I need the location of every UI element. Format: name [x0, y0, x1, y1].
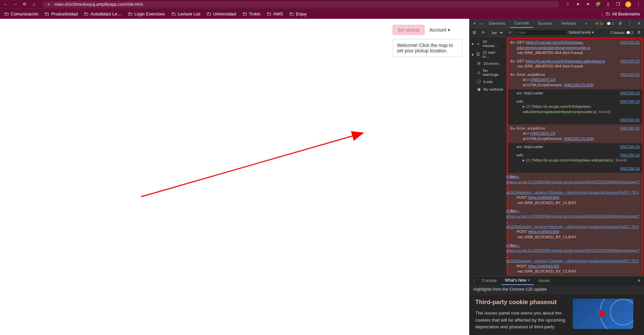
source-link[interactable]: VM2160:24: [620, 166, 640, 172]
extension-icon-2[interactable]: [585, 1, 591, 7]
source-link[interactable]: multi-tabs-interface.script.js:229982464…: [506, 174, 640, 195]
sidebar-info[interactable]: 9 info: [471, 78, 505, 86]
context-select[interactable]: top: [489, 30, 504, 36]
bookmark-comunicacion[interactable]: Comunicación: [4, 11, 38, 16]
caret-icon[interactable]: ▸: [513, 126, 515, 131]
reload-icon[interactable]: ⟳: [22, 1, 28, 7]
log-entry[interactable]: ▸VM2160:23GET https://js.arcgis.com/4.6/…: [508, 57, 642, 71]
home-icon[interactable]: ⌂: [31, 1, 37, 7]
drawer-tab-issues[interactable]: Issues: [535, 276, 554, 285]
inspect-icon[interactable]: ⌖: [471, 20, 477, 27]
close-devtools-icon[interactable]: [636, 20, 642, 27]
folder-icon: [128, 11, 132, 16]
error-icon: [510, 243, 513, 248]
error-count-badge[interactable]: 10: [595, 21, 603, 26]
log-entry[interactable]: ▸multi-tabs-interface.script.js:22998246…: [508, 173, 642, 207]
sidebar-toggle-icon[interactable]: ▥: [471, 30, 477, 36]
source-link[interactable]: VM2160:24: [620, 91, 640, 96]
caret-icon[interactable]: ▸: [513, 59, 515, 64]
bookmark-productividad[interactable]: Productividad: [44, 11, 78, 16]
issues-link[interactable]: 2 Issues: 2: [610, 31, 633, 35]
source-link[interactable]: multi-tabs-interface.script.js:229982464…: [506, 208, 640, 229]
clear-console-icon[interactable]: [480, 30, 486, 36]
bookmark-universidad[interactable]: Universidad: [206, 11, 236, 16]
console-settings-icon[interactable]: [636, 30, 642, 36]
caret-icon[interactable]: ▸: [513, 40, 515, 45]
tab-network[interactable]: Network: [557, 19, 580, 28]
site-info-icon[interactable]: ≡: [46, 1, 52, 7]
source-link[interactable]: VM2160:24: [620, 99, 640, 104]
bookmark-tinkin[interactable]: Tinkin: [242, 11, 260, 16]
info-count-badge[interactable]: 2: [607, 21, 614, 26]
caret-icon[interactable]: ▸: [513, 72, 515, 78]
bookmark-aws[interactable]: AWS: [267, 11, 283, 16]
levels-dropdown[interactable]: Default levels ▾: [569, 30, 594, 35]
close-tab-icon[interactable]: ✕: [527, 278, 530, 283]
log-entry[interactable]: VM2160:24info:▸ (2) ['https://js.arcgis.…: [508, 151, 642, 165]
forward-icon[interactable]: →: [12, 1, 18, 7]
sidebar-warnings[interactable]: No warnings: [471, 67, 505, 78]
kebab-icon[interactable]: [627, 20, 633, 27]
bookmark-autodidact[interactable]: Autodidact Le…: [84, 11, 122, 16]
kebab-menu-icon[interactable]: [635, 1, 641, 7]
caret-icon[interactable]: ▸: [513, 174, 515, 180]
source-link[interactable]: VM2160:24: [620, 117, 640, 123]
log-entry[interactable]: VM2160:24.: [508, 165, 642, 173]
svg-line-1: [141, 133, 363, 197]
log-entry[interactable]: ▸VM2160:24Error: scriptErrorat v (VM2160…: [508, 71, 642, 90]
log-entry[interactable]: VM2160:24info:▸ (2) ['https://js.arcgis.…: [508, 98, 642, 116]
filter-input[interactable]: [516, 30, 566, 36]
tab-elements[interactable]: Elements: [485, 19, 510, 28]
log-entry[interactable]: VM2160:24.: [508, 116, 642, 125]
side-panel-icon[interactable]: ▯: [605, 1, 611, 7]
account-dropdown[interactable]: Account▾: [428, 25, 451, 35]
bookmark-enjoy[interactable]: Enjoy: [289, 11, 307, 16]
bookmark-lecture[interactable]: Lecture List: [171, 11, 200, 16]
source-link[interactable]: VM2160:23: [620, 40, 640, 45]
close-drawer-icon[interactable]: [636, 278, 642, 284]
source-link[interactable]: multi-tabs-interface.script.js:229982464…: [506, 243, 640, 264]
chat-icon: [626, 31, 630, 35]
whatsnew-video-thumb[interactable]: [573, 299, 633, 329]
verbose-icon: ◉: [477, 87, 481, 92]
console-log[interactable]: ▸VM2160:23GET https://js.arcgis.com/4.6/…: [506, 37, 644, 276]
log-entry[interactable]: ▸VM2160:23GET https://js.arcgis.com/4.6/…: [508, 39, 642, 57]
caret-down-icon: ▾: [448, 27, 450, 33]
drawer-tab-console[interactable]: Console: [479, 276, 500, 285]
drawer-tab-whatsnew[interactable]: What's New✕: [501, 276, 534, 285]
log-entry[interactable]: ▸multi-tabs-interface.script.js:22998246…: [508, 207, 642, 241]
tabs-overflow[interactable]: »: [581, 19, 591, 28]
device-toggle-icon[interactable]: ▭: [478, 20, 484, 27]
set-pickup-button[interactable]: Set pickup: [393, 25, 425, 35]
bookmark-star-icon[interactable]: [565, 1, 571, 7]
sidebar-errors[interactable]: 10 errors: [471, 60, 505, 67]
tab-console[interactable]: Console: [510, 19, 533, 28]
drawer-menu-icon[interactable]: [471, 278, 477, 284]
log-entry[interactable]: VM2160:24src: dojoLoader: [508, 89, 642, 98]
extension-icon-1[interactable]: [575, 1, 581, 7]
all-bookmarks[interactable]: All Bookmarks: [605, 11, 640, 16]
source-link[interactable]: VM2160:24: [620, 144, 640, 150]
log-entry[interactable]: ▸VM2160:24Error: scriptErrorat v (VM2160…: [508, 125, 642, 143]
caret-icon[interactable]: ▸: [513, 208, 515, 214]
source-link[interactable]: VM2160:24: [620, 72, 640, 78]
address-bar[interactable]: ≡ main.d1iv2kmn4sopuj.amplifyapp.com/rid…: [42, 1, 559, 8]
live-expression-icon[interactable]: [507, 30, 513, 36]
back-icon[interactable]: ←: [3, 1, 9, 7]
source-link[interactable]: VM2160:23: [620, 59, 640, 64]
window-icon[interactable]: ❐: [615, 1, 621, 7]
sidebar-user-messages[interactable]: ▸☰12 user m…: [471, 49, 505, 60]
sidebar-messages[interactable]: ▸≡19 messa…: [471, 38, 505, 49]
sidebar-verbose[interactable]: ◉No verbose: [471, 86, 505, 93]
source-link[interactable]: VM2160:24: [620, 126, 640, 131]
profile-avatar-icon[interactable]: [625, 1, 631, 7]
log-entry[interactable]: ▸multi-tabs-interface.script.js:22998246…: [508, 242, 642, 276]
settings-icon[interactable]: [617, 20, 623, 27]
tab-sources[interactable]: Sources: [534, 19, 557, 28]
caret-icon[interactable]: ▸: [513, 243, 515, 248]
log-entry[interactable]: VM2160:24src: dojoLoader: [508, 143, 642, 151]
error-icon: [595, 21, 598, 26]
bookmark-logic[interactable]: Logic Exercises: [128, 11, 165, 16]
source-link[interactable]: VM2160:24: [620, 153, 640, 158]
extensions-icon[interactable]: 🧩: [595, 1, 601, 7]
